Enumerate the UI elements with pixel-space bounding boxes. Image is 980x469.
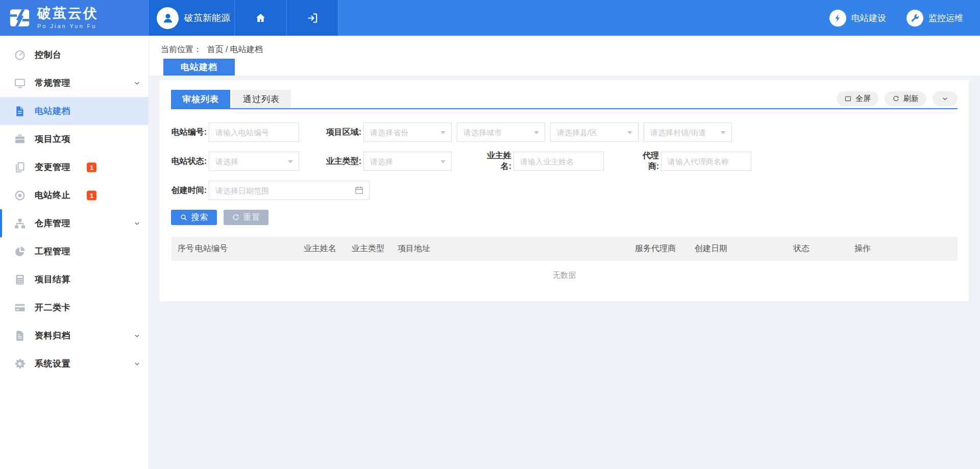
date-range-input[interactable]: [209, 181, 370, 200]
status-select[interactable]: [209, 152, 299, 171]
tab-passed-list[interactable]: 通过列表: [232, 90, 291, 108]
station-no-label: 电站编号:: [171, 127, 207, 138]
sidebar-item-label: 资料归档: [35, 330, 70, 341]
panel-card: 审核列表 通过列表 全屏 刷新: [160, 80, 969, 301]
county-select[interactable]: [550, 122, 639, 142]
chevron-down-icon: [134, 80, 140, 86]
user-section[interactable]: 破茧新能源: [149, 0, 235, 36]
sidebar-item-label: 项目立项: [35, 133, 70, 145]
nav-station-construction[interactable]: 电站建设: [829, 10, 886, 27]
sidebar-item-station-termination[interactable]: 电站终止1: [0, 181, 149, 209]
sidebar-item-label: 工程管理: [35, 245, 70, 257]
status-select-input[interactable]: [209, 152, 299, 171]
owner-name-label: 业主姓名:: [477, 151, 511, 172]
sidebar-item-system-settings[interactable]: 系统设置: [0, 350, 149, 378]
sidebar-item-label: 开二类卡: [35, 302, 70, 313]
page-tab-station-archive[interactable]: 电站建档: [163, 59, 235, 76]
owner-type-select-input[interactable]: [363, 152, 452, 171]
city-select-input[interactable]: [457, 122, 545, 142]
sidebar-item-console[interactable]: 控制台: [0, 41, 149, 69]
brand-logo-icon: [8, 7, 32, 29]
refresh-icon: [892, 95, 900, 103]
owner-name-input[interactable]: [513, 152, 604, 171]
sidebar-item-label: 控制台: [35, 49, 62, 61]
dashboard-icon: [14, 49, 26, 61]
owner-type-select[interactable]: [363, 152, 452, 171]
tab-review-list[interactable]: 审核列表: [171, 90, 230, 108]
sidebar-item-data-archive[interactable]: 资料归档: [0, 322, 149, 350]
collapse-button[interactable]: [933, 91, 958, 106]
logout-icon: [307, 12, 318, 24]
column-header: 业主类型: [352, 243, 398, 254]
notification-badge: 1: [87, 190, 96, 200]
column-header: 项目地址: [398, 243, 635, 254]
avatar: [157, 7, 179, 29]
county-select-input[interactable]: [550, 122, 639, 142]
filter-row-1: 电站编号: 项目区域:: [171, 122, 958, 142]
filter-row-2: 电站状态: 业主类型: 业主姓名:: [171, 152, 958, 171]
chevron-down-icon: [134, 220, 140, 227]
user-icon: [161, 11, 175, 24]
province-select[interactable]: [363, 122, 452, 142]
sidebar-item-label: 电站建档: [35, 105, 70, 117]
status-label: 电站状态:: [171, 156, 207, 167]
nav-label: 监控运维: [928, 12, 963, 24]
table-empty-state: 无数据: [171, 261, 958, 289]
sidebar-item-station-archive[interactable]: 电站建档: [0, 97, 149, 125]
app-header: 破茧云伏 Po Jian Yun Fu 破茧新能源 电站建设监控运维: [0, 0, 980, 36]
date-range-picker[interactable]: [209, 181, 370, 200]
search-button[interactable]: 搜索: [171, 210, 217, 225]
reset-icon: [232, 213, 240, 221]
chevron-down-icon: [941, 95, 949, 103]
calculator-icon: [14, 274, 26, 286]
fullscreen-icon: [844, 95, 852, 103]
lightning-icon: [829, 10, 846, 27]
home-icon: [255, 12, 266, 24]
archive-icon: [14, 330, 26, 342]
agent-input[interactable]: [661, 152, 751, 171]
header-nav: 电站建设监控运维: [338, 0, 980, 36]
table-header-row: 序号电站编号业主姓名业主类型项目地址服务代理商创建日期状态操作: [171, 237, 958, 261]
created-label: 创建时间:: [171, 185, 207, 196]
search-icon: [180, 213, 188, 221]
breadcrumb: 当前位置： 首页 / 电站建档: [149, 36, 980, 55]
sidebar-item-engineering-mgmt[interactable]: 工程管理: [0, 237, 149, 265]
sidebar-item-project-initiation[interactable]: 项目立项: [0, 125, 149, 153]
nav-monitoring-ops[interactable]: 监控运维: [906, 10, 963, 27]
sidebar: 控制台常规管理电站建档项目立项变更管理1电站终止1仓库管理工程管理项目结算开二类…: [0, 36, 149, 469]
results-table: 序号电站编号业主姓名业主类型项目地址服务代理商创建日期状态操作 无数据: [171, 237, 958, 289]
town-select[interactable]: [644, 122, 732, 142]
panel-tabs-bar: 审核列表 通过列表 全屏 刷新: [171, 80, 958, 109]
refresh-button[interactable]: 刷新: [885, 91, 926, 106]
target-icon: [14, 189, 26, 202]
home-button[interactable]: [235, 0, 287, 36]
sidebar-item-change-mgmt[interactable]: 变更管理1: [0, 153, 149, 181]
file-icon: [14, 105, 26, 117]
column-header: 服务代理商: [635, 243, 695, 254]
sidebar-item-label: 常规管理: [35, 77, 70, 89]
region-label: 项目区域:: [326, 127, 361, 138]
town-select-input[interactable]: [644, 122, 732, 142]
sidebar-item-general-mgmt[interactable]: 常规管理: [0, 69, 149, 97]
sidebar-item-second-class-card[interactable]: 开二类卡: [0, 293, 149, 322]
filter-form: 电站编号: 项目区域:: [171, 122, 958, 200]
owner-type-label: 业主类型:: [326, 156, 361, 167]
chevron-down-icon: [134, 360, 140, 367]
reset-button[interactable]: 重置: [224, 210, 268, 225]
gear-icon: [14, 358, 26, 370]
sidebar-item-project-settlement[interactable]: 项目结算: [0, 265, 149, 293]
station-no-input[interactable]: [209, 122, 299, 142]
monitor-icon: [14, 77, 26, 89]
fullscreen-button[interactable]: 全屏: [837, 91, 878, 106]
sidebar-item-label: 仓库管理: [35, 217, 70, 229]
province-select-input[interactable]: [363, 122, 452, 142]
breadcrumb-path[interactable]: 首页 / 电站建档: [207, 45, 262, 54]
panel-tools: 全屏 刷新: [837, 91, 958, 106]
sidebar-item-label: 变更管理: [35, 161, 70, 173]
sidebar-item-warehouse-mgmt[interactable]: 仓库管理: [0, 209, 149, 237]
city-select[interactable]: [457, 122, 545, 142]
calendar-icon: [354, 186, 364, 195]
briefcase-icon: [14, 133, 26, 145]
logout-button[interactable]: [287, 0, 338, 36]
nav-label: 电站建设: [851, 12, 886, 24]
